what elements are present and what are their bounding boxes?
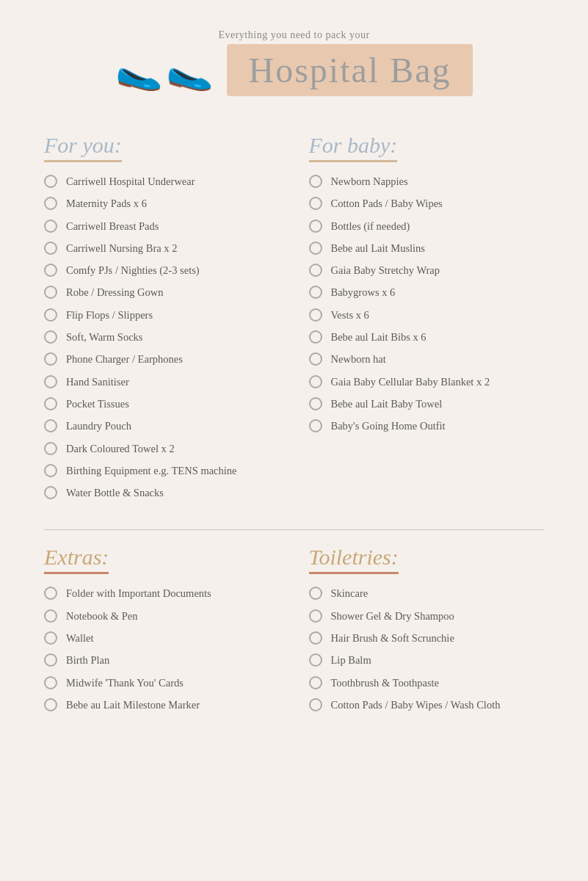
item-label: Carriwell Hospital Underwear	[66, 174, 195, 189]
checkbox[interactable]	[309, 587, 322, 600]
list-item[interactable]: Hair Brush & Soft Scrunchie	[309, 631, 545, 645]
list-item[interactable]: Comfy PJs / Nighties (2-3 sets)	[44, 263, 280, 278]
item-label: Birthing Equipment e.g. TENS machine	[66, 463, 237, 478]
section-title-for-you: For you:	[44, 133, 122, 162]
item-label: Shower Gel & Dry Shampoo	[331, 609, 454, 623]
item-label: Midwife 'Thank You' Cards	[66, 675, 184, 690]
checkbox[interactable]	[44, 587, 57, 600]
list-item[interactable]: Laundry Pouch	[44, 418, 280, 433]
list-item[interactable]: Robe / Dressing Gown	[44, 285, 280, 300]
list-item[interactable]: Baby's Going Home Outfit	[309, 418, 545, 433]
list-item[interactable]: Flip Flops / Slippers	[44, 308, 280, 322]
item-label: Cotton Pads / Baby Wipes / Wash Cloth	[331, 697, 501, 712]
list-item[interactable]: Carriwell Hospital Underwear	[44, 174, 280, 189]
item-label: Bebe aul Lait Bibs x 6	[331, 330, 427, 344]
checkbox[interactable]	[44, 330, 57, 344]
list-item[interactable]: Toothbrush & Toothpaste	[309, 675, 545, 690]
checkbox[interactable]	[309, 220, 322, 233]
list-item[interactable]: Notebook & Pen	[44, 609, 280, 623]
list-item[interactable]: Water Bottle & Snacks	[44, 485, 280, 500]
checkbox[interactable]	[309, 676, 322, 689]
checkbox[interactable]	[309, 397, 322, 410]
list-item[interactable]: Folder with Important Documents	[44, 586, 280, 601]
list-item[interactable]: Midwife 'Thank You' Cards	[44, 675, 280, 690]
list-item[interactable]: Phone Charger / Earphones	[44, 352, 280, 366]
list-item[interactable]: Cotton Pads / Baby Wipes / Wash Cloth	[309, 697, 545, 712]
list-item[interactable]: Carriwell Nursing Bra x 2	[44, 241, 280, 255]
list-item[interactable]: Bebe au Lait Milestone Marker	[44, 697, 280, 712]
checkbox[interactable]	[309, 698, 322, 711]
list-item[interactable]: Gaia Baby Cellular Baby Blanket x 2	[309, 374, 545, 389]
checkbox[interactable]	[44, 486, 57, 499]
checkbox[interactable]	[309, 375, 322, 388]
list-item[interactable]: Cotton Pads / Baby Wipes	[309, 196, 545, 211]
list-item[interactable]: Birth Plan	[44, 653, 280, 667]
checkbox[interactable]	[44, 676, 57, 689]
top-grid: For you: Carriwell Hospital UnderwearMat…	[29, 126, 559, 522]
list-item[interactable]: Shower Gel & Dry Shampoo	[309, 609, 545, 623]
checkbox[interactable]	[309, 175, 322, 188]
checkbox[interactable]	[44, 397, 57, 410]
list-item[interactable]: Newborn Nappies	[309, 174, 545, 189]
item-label: Birth Plan	[66, 653, 109, 667]
list-item[interactable]: Birthing Equipment e.g. TENS machine	[44, 463, 280, 478]
list-item[interactable]: Maternity Pads x 6	[44, 196, 280, 211]
section-extras: Extras: Folder with Important DocumentsN…	[29, 537, 294, 734]
checkbox[interactable]	[44, 286, 57, 299]
section-title-extras: Extras:	[44, 545, 109, 574]
checkbox[interactable]	[44, 698, 57, 711]
checkbox[interactable]	[44, 609, 57, 623]
list-item[interactable]: Wallet	[44, 631, 280, 645]
list-item[interactable]: Newborn hat	[309, 352, 545, 366]
list-item[interactable]: Bebe aul Lait Bibs x 6	[309, 330, 545, 344]
checkbox[interactable]	[309, 286, 322, 299]
checkbox[interactable]	[44, 308, 57, 322]
checkbox[interactable]	[44, 653, 57, 667]
list-item[interactable]: Lip Balm	[309, 653, 545, 667]
item-label: Cotton Pads / Baby Wipes	[331, 196, 443, 211]
checkbox[interactable]	[309, 264, 322, 277]
checkbox[interactable]	[44, 464, 57, 477]
checkbox[interactable]	[44, 242, 57, 255]
checkbox[interactable]	[44, 175, 57, 188]
list-item[interactable]: Gaia Baby Stretchy Wrap	[309, 263, 545, 278]
checkbox[interactable]	[309, 631, 322, 645]
list-item[interactable]: Babygrows x 6	[309, 285, 545, 300]
item-label: Pocket Tissues	[66, 396, 129, 411]
list-item[interactable]: Carriwell Breast Pads	[44, 219, 280, 233]
item-label: Bebe au Lait Milestone Marker	[66, 697, 200, 712]
checkbox[interactable]	[309, 197, 322, 210]
checklist-extras: Folder with Important DocumentsNotebook …	[44, 586, 280, 712]
divider	[44, 529, 544, 530]
checkbox[interactable]	[44, 264, 57, 277]
checkbox[interactable]	[44, 352, 57, 366]
item-label: Bebe aul Lait Muslins	[331, 241, 425, 255]
list-item[interactable]: Dark Coloured Towel x 2	[44, 441, 280, 456]
item-label: Soft, Warm Socks	[66, 330, 143, 344]
list-item[interactable]: Bebe aul Lait Baby Towel	[309, 396, 545, 411]
list-item[interactable]: Vests x 6	[309, 308, 545, 322]
checkbox[interactable]	[44, 220, 57, 233]
checkbox[interactable]	[309, 653, 322, 667]
checkbox[interactable]	[309, 609, 322, 623]
checkbox[interactable]	[309, 308, 322, 322]
list-item[interactable]: Hand Sanitiser	[44, 374, 280, 389]
checkbox[interactable]	[44, 197, 57, 210]
header-subtitle: Everything you need to pack your	[218, 29, 369, 41]
list-item[interactable]: Skincare	[309, 586, 545, 601]
checkbox[interactable]	[309, 242, 322, 255]
checkbox[interactable]	[309, 330, 322, 344]
item-label: Phone Charger / Earphones	[66, 352, 183, 366]
list-item[interactable]: Pocket Tissues	[44, 396, 280, 411]
checkbox[interactable]	[44, 631, 57, 645]
checkbox[interactable]	[44, 442, 57, 455]
checkbox[interactable]	[44, 419, 57, 432]
list-item[interactable]: Bottles (if needed)	[309, 219, 545, 233]
title-box: Hospital Bag	[227, 44, 473, 96]
item-label: Hand Sanitiser	[66, 374, 129, 389]
checkbox[interactable]	[309, 419, 322, 432]
checkbox[interactable]	[309, 352, 322, 366]
list-item[interactable]: Bebe aul Lait Muslins	[309, 241, 545, 255]
list-item[interactable]: Soft, Warm Socks	[44, 330, 280, 344]
checkbox[interactable]	[44, 375, 57, 388]
